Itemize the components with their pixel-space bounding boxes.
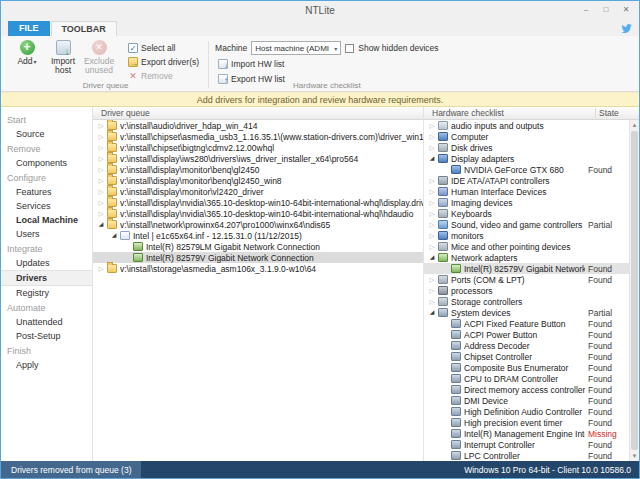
tree-row[interactable]: ◢v:\install\network\prowinx64.207\pro100… [93, 219, 423, 230]
expand-icon[interactable]: ▷ [427, 175, 437, 186]
tree-row[interactable]: ▷Human Interface Devices [424, 186, 629, 197]
sidebar-item-features[interactable]: Features [1, 185, 92, 199]
tree-row[interactable]: ▷monitors [424, 230, 629, 241]
tree-row[interactable]: ▷v:\install\chipset\asmedia_usb3_1.16.35… [93, 131, 423, 142]
expand-icon[interactable]: ▷ [96, 263, 106, 274]
minimize-button[interactable]: – [577, 3, 595, 17]
tree-row[interactable]: DMI DeviceFound [424, 395, 629, 406]
import-hw-list-button[interactable]: Import HW list [215, 57, 438, 70]
select-all-button[interactable]: Select all [125, 41, 202, 54]
tab-toolbar[interactable]: TOOLBAR [51, 21, 117, 36]
sidebar-item-unattended[interactable]: Unattended [1, 315, 92, 329]
tree-row[interactable]: Intel(R) Management Engine InterfaceMiss… [424, 428, 629, 439]
tree-row[interactable]: ▷Sound, video and game controllersPartia… [424, 219, 629, 230]
tree-row[interactable]: Direct memory access controllerFound [424, 384, 629, 395]
expand-icon[interactable]: ▷ [427, 219, 437, 230]
sidebar-item-drivers[interactable]: Drivers [1, 270, 92, 286]
twitter-icon[interactable] [620, 21, 633, 34]
tree-row[interactable]: ▷v:\install\display\monitor\benq\gl2450_… [93, 175, 423, 186]
expand-icon[interactable]: ▷ [96, 175, 106, 186]
vertical-scrollbar[interactable]: ▲ ▼ [629, 120, 639, 461]
tree-row[interactable]: ◢Intel | e1c65x64.inf - 12.15.31.0 (11/1… [93, 230, 423, 241]
tree-row[interactable]: Composite Bus EnumeratorFound [424, 362, 629, 373]
tree-row[interactable]: ▷Disk drives [424, 142, 629, 153]
sidebar-item-users[interactable]: Users [1, 227, 92, 241]
tree-row[interactable]: ▷Storage controllers [424, 296, 629, 307]
expand-icon[interactable]: ▷ [427, 285, 437, 296]
tree-row[interactable]: High precision event timerFound [424, 417, 629, 428]
scroll-up-icon[interactable]: ▲ [630, 120, 639, 130]
expand-icon[interactable]: ▷ [427, 296, 437, 307]
sidebar-item-post-setup[interactable]: Post-Setup [1, 329, 92, 343]
sidebar-item-registry[interactable]: Registry [1, 286, 92, 300]
expand-icon[interactable]: ▷ [96, 153, 106, 164]
tree-row[interactable]: Intel(R) 82579LM Gigabit Network Connect… [93, 241, 423, 252]
tree-row[interactable]: ▷audio inputs and outputs [424, 120, 629, 131]
expand-icon[interactable]: ▷ [96, 120, 106, 131]
tree-row[interactable]: ▷processors [424, 285, 629, 296]
tree-row[interactable]: LPC ControllerFound [424, 450, 629, 461]
tree-row[interactable]: Interrupt ControllerFound [424, 439, 629, 450]
show-hidden-checkbox[interactable] [345, 44, 354, 53]
scroll-down-icon[interactable]: ▼ [630, 451, 639, 461]
add-button[interactable]: Add▾ [9, 39, 45, 67]
collapse-icon[interactable]: ◢ [427, 252, 437, 263]
export-drivers-button[interactable]: Export driver(s) [125, 55, 202, 68]
tree-row[interactable]: ▷v:\install\display\monitor\benq\gl2450 [93, 164, 423, 175]
expand-icon[interactable]: ▷ [96, 208, 106, 219]
tree-row[interactable]: ▷Computer [424, 131, 629, 142]
tree-row[interactable]: ▷v:\install\display\monitor\vl2420_drive… [93, 186, 423, 197]
sidebar-item-apply[interactable]: Apply [1, 358, 92, 372]
tree-row[interactable]: ◢Network adapters [424, 252, 629, 263]
expand-icon[interactable]: ▷ [427, 120, 437, 131]
tree-row[interactable]: ▷v:\install\display\iws280\drivers\iws_d… [93, 153, 423, 164]
expand-icon[interactable]: ▷ [427, 142, 437, 153]
tree-row[interactable]: High Definition Audio ControllerFound [424, 406, 629, 417]
expand-icon[interactable]: ▷ [96, 164, 106, 175]
import-host-button[interactable]: Import host [45, 39, 81, 75]
sidebar-item-local-machine[interactable]: Local Machine [1, 213, 92, 227]
tree-row[interactable]: ▷v:\install\storage\asmedia_asm106x_3.1.… [93, 263, 423, 274]
expand-icon[interactable]: ▷ [427, 241, 437, 252]
collapse-icon[interactable]: ◢ [96, 219, 106, 230]
expand-icon[interactable]: ▷ [96, 142, 106, 153]
tree-row[interactable]: Chipset ControllerFound [424, 351, 629, 362]
tree-row[interactable]: ACPI Power ButtonFound [424, 329, 629, 340]
tree-row[interactable]: ▷v:\install\audio\driver_hdap_win_414 [93, 120, 423, 131]
tree-row[interactable]: Address DecoderFound [424, 340, 629, 351]
maximize-button[interactable]: □ [597, 3, 615, 17]
tree-row[interactable]: ▷Mice and other pointing devices [424, 241, 629, 252]
tree-row[interactable]: ACPI Fixed Feature ButtonFound [424, 318, 629, 329]
expand-icon[interactable]: ▷ [427, 274, 437, 285]
tree-row[interactable]: CPU to DRAM ControllerFound [424, 373, 629, 384]
close-button[interactable]: ✕ [617, 3, 635, 17]
expand-icon[interactable]: ▷ [427, 131, 437, 142]
expand-icon[interactable]: ▷ [427, 208, 437, 219]
machine-select[interactable]: Host machine (ADMI ▾ [251, 41, 341, 55]
sidebar-item-services[interactable]: Services [1, 199, 92, 213]
expand-icon[interactable]: ▷ [427, 186, 437, 197]
collapse-icon[interactable]: ◢ [109, 230, 119, 241]
expand-icon[interactable]: ▷ [96, 131, 106, 142]
expand-icon[interactable]: ▷ [96, 186, 106, 197]
tab-file[interactable]: FILE [8, 21, 50, 36]
expand-icon[interactable]: ▷ [427, 230, 437, 241]
tree-row[interactable]: ◢System devicesPartial [424, 307, 629, 318]
tree-row[interactable]: NVIDIA GeForce GTX 680Found [424, 164, 629, 175]
state-column-header[interactable]: State [595, 108, 639, 118]
tree-row[interactable]: ◢Display adapters [424, 153, 629, 164]
expand-icon[interactable]: ▷ [427, 197, 437, 208]
scrollbar-thumb[interactable] [631, 131, 638, 450]
tree-row[interactable]: Intel(R) 82579V Gigabit Network Connecti… [93, 252, 423, 263]
sidebar-item-source[interactable]: Source [1, 127, 92, 141]
sidebar-item-updates[interactable]: Updates [1, 256, 92, 270]
exclude-unused-button[interactable]: Exclude unused [81, 39, 117, 75]
tree-row[interactable]: ▷Keyboards [424, 208, 629, 219]
tree-row[interactable]: ▷v:\install\display\nvidia\365.10-deskto… [93, 197, 423, 208]
expand-icon[interactable]: ▷ [96, 197, 106, 208]
collapse-icon[interactable]: ◢ [427, 153, 437, 164]
tree-row[interactable]: ▷v:\install\display\nvidia\365.10-deskto… [93, 208, 423, 219]
tree-row[interactable]: Intel(R) 82579V Gigabit Network Connecti… [424, 263, 629, 274]
tree-row[interactable]: ▷IDE ATA/ATAPI controllers [424, 175, 629, 186]
collapse-icon[interactable]: ◢ [427, 307, 437, 318]
